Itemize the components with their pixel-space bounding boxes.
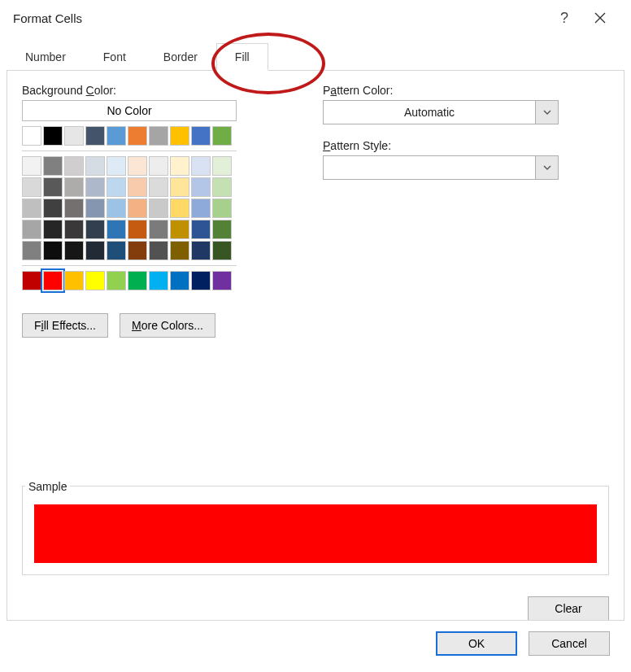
color-swatch[interactable] bbox=[85, 156, 105, 176]
color-swatch[interactable] bbox=[107, 156, 126, 176]
color-palette bbox=[22, 126, 237, 290]
tab-border[interactable]: Border bbox=[145, 43, 216, 71]
dialog-title: Format Cells bbox=[13, 11, 546, 25]
color-swatch[interactable] bbox=[43, 199, 63, 218]
color-swatch[interactable] bbox=[64, 271, 84, 290]
color-swatch[interactable] bbox=[43, 156, 63, 176]
color-swatch[interactable] bbox=[191, 271, 211, 290]
color-swatch[interactable] bbox=[85, 241, 105, 260]
color-swatch[interactable] bbox=[128, 177, 147, 197]
clear-button[interactable]: Clear bbox=[528, 596, 609, 621]
color-swatch[interactable] bbox=[85, 220, 105, 239]
tab-font[interactable]: Font bbox=[85, 43, 145, 71]
color-swatch[interactable] bbox=[170, 177, 189, 197]
color-swatch[interactable] bbox=[22, 271, 41, 290]
sample-label: Sample bbox=[25, 480, 70, 493]
color-swatch[interactable] bbox=[191, 177, 211, 197]
color-swatch[interactable] bbox=[64, 156, 84, 176]
sample-box bbox=[22, 486, 609, 575]
color-swatch[interactable] bbox=[43, 177, 63, 197]
tab-bar: Number Font Border Fill bbox=[7, 42, 624, 71]
pattern-style-select[interactable] bbox=[323, 155, 559, 180]
more-colors-button[interactable]: More Colors... bbox=[120, 313, 215, 338]
color-swatch[interactable] bbox=[107, 271, 126, 290]
color-swatch[interactable] bbox=[43, 271, 63, 290]
close-button[interactable] bbox=[582, 0, 618, 36]
no-color-button[interactable]: No Color bbox=[22, 100, 237, 121]
color-swatch[interactable] bbox=[128, 199, 147, 218]
color-swatch[interactable] bbox=[22, 126, 41, 146]
color-swatch[interactable] bbox=[85, 199, 105, 218]
color-swatch[interactable] bbox=[149, 220, 168, 239]
color-swatch[interactable] bbox=[212, 156, 232, 176]
color-swatch[interactable] bbox=[128, 156, 147, 176]
color-swatch[interactable] bbox=[128, 220, 147, 239]
color-swatch[interactable] bbox=[170, 156, 189, 176]
color-swatch[interactable] bbox=[64, 220, 84, 239]
pattern-style-label: Pattern Style: bbox=[323, 139, 609, 152]
color-swatch[interactable] bbox=[170, 271, 189, 290]
close-icon bbox=[594, 12, 606, 24]
color-swatch[interactable] bbox=[64, 199, 84, 218]
help-icon: ? bbox=[560, 10, 568, 27]
color-swatch[interactable] bbox=[191, 220, 211, 239]
tab-fill[interactable]: Fill bbox=[216, 43, 268, 71]
color-swatch[interactable] bbox=[43, 241, 63, 260]
fill-panel: Background Color: No Color Fill Effects.… bbox=[7, 71, 624, 633]
ok-button[interactable]: OK bbox=[436, 631, 517, 656]
pattern-color-label: Pattern Color: bbox=[323, 84, 609, 97]
color-swatch[interactable] bbox=[170, 241, 189, 260]
tab-number[interactable]: Number bbox=[7, 43, 85, 71]
fill-effects-button[interactable]: Fill Effects... bbox=[22, 313, 108, 338]
color-swatch[interactable] bbox=[107, 220, 126, 239]
color-swatch[interactable] bbox=[149, 126, 168, 146]
color-swatch[interactable] bbox=[212, 199, 232, 218]
color-swatch[interactable] bbox=[128, 271, 147, 290]
color-swatch[interactable] bbox=[43, 126, 63, 146]
color-swatch[interactable] bbox=[212, 177, 232, 197]
color-swatch[interactable] bbox=[149, 241, 168, 260]
color-swatch[interactable] bbox=[22, 199, 41, 218]
background-color-label: Background Color: bbox=[22, 84, 290, 97]
help-button[interactable]: ? bbox=[546, 0, 582, 36]
color-swatch[interactable] bbox=[64, 177, 84, 197]
chevron-down-icon bbox=[535, 156, 558, 179]
color-swatch[interactable] bbox=[128, 126, 147, 146]
color-swatch[interactable] bbox=[149, 156, 168, 176]
color-swatch[interactable] bbox=[149, 177, 168, 197]
color-swatch[interactable] bbox=[64, 241, 84, 260]
color-swatch[interactable] bbox=[107, 241, 126, 260]
color-swatch[interactable] bbox=[170, 220, 189, 239]
color-swatch[interactable] bbox=[85, 177, 105, 197]
cancel-button[interactable]: Cancel bbox=[529, 631, 610, 656]
color-swatch[interactable] bbox=[149, 271, 168, 290]
pattern-color-select[interactable]: Automatic bbox=[323, 100, 559, 124]
color-swatch[interactable] bbox=[64, 126, 84, 146]
color-swatch[interactable] bbox=[85, 126, 105, 146]
color-swatch[interactable] bbox=[107, 126, 126, 146]
color-swatch[interactable] bbox=[191, 199, 211, 218]
color-swatch[interactable] bbox=[212, 220, 232, 239]
color-swatch[interactable] bbox=[107, 177, 126, 197]
color-swatch[interactable] bbox=[22, 241, 41, 260]
sample-swatch bbox=[34, 504, 597, 563]
color-swatch[interactable] bbox=[212, 271, 232, 290]
chevron-down-icon bbox=[535, 101, 558, 124]
color-swatch[interactable] bbox=[212, 126, 232, 146]
color-swatch[interactable] bbox=[149, 199, 168, 218]
color-swatch[interactable] bbox=[107, 199, 126, 218]
color-swatch[interactable] bbox=[170, 199, 189, 218]
color-swatch[interactable] bbox=[85, 271, 105, 290]
color-swatch[interactable] bbox=[212, 241, 232, 260]
color-swatch[interactable] bbox=[170, 126, 189, 146]
color-swatch[interactable] bbox=[22, 156, 41, 176]
color-swatch[interactable] bbox=[43, 220, 63, 239]
color-swatch[interactable] bbox=[191, 126, 211, 146]
color-swatch[interactable] bbox=[191, 241, 211, 260]
color-swatch[interactable] bbox=[128, 241, 147, 260]
color-swatch[interactable] bbox=[191, 156, 211, 176]
color-swatch[interactable] bbox=[22, 220, 41, 239]
color-swatch[interactable] bbox=[22, 177, 41, 197]
